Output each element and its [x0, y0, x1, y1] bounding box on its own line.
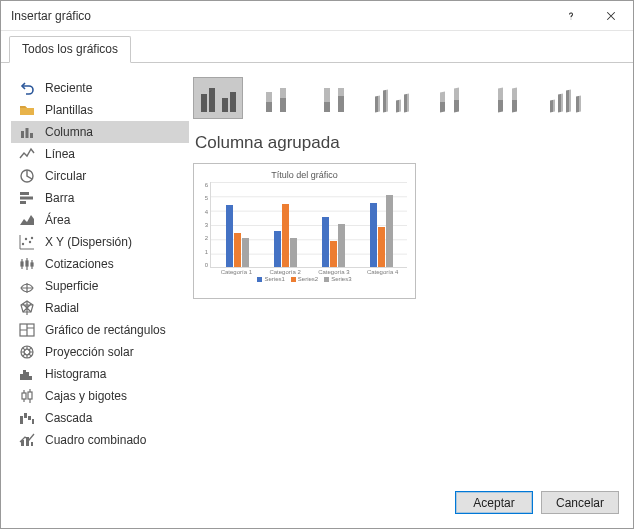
- sidebar-item-boxwhisker[interactable]: Cajas y bigotes: [11, 385, 189, 407]
- bar: [378, 227, 385, 267]
- sidebar-item-recent[interactable]: Reciente: [11, 77, 189, 99]
- bar: [282, 204, 289, 267]
- y-tick-label: 5: [202, 195, 208, 201]
- svg-rect-24: [20, 416, 23, 424]
- svg-point-10: [29, 241, 31, 243]
- svg-rect-18: [20, 374, 23, 380]
- line-icon: [19, 146, 35, 162]
- bar-cluster: [266, 204, 304, 267]
- cancel-button[interactable]: Cancelar: [541, 491, 619, 514]
- x-tick-label: Categoría 2: [269, 269, 300, 275]
- bar: [226, 205, 233, 267]
- column-icon: [19, 124, 35, 140]
- svg-rect-20: [26, 372, 29, 380]
- sidebar-item-waterfall[interactable]: Cascada: [11, 407, 189, 429]
- sidebar-item-area[interactable]: Área: [11, 209, 189, 231]
- sidebar-item-bar[interactable]: Barra: [11, 187, 189, 209]
- sidebar-item-templates[interactable]: Plantillas: [11, 99, 189, 121]
- svg-rect-30: [31, 442, 33, 446]
- bar: [338, 224, 345, 267]
- sidebar-item-label: Cajas y bigotes: [45, 389, 127, 403]
- bar: [386, 195, 393, 267]
- y-tick-label: 2: [202, 235, 208, 241]
- sidebar-item-line[interactable]: Línea: [11, 143, 189, 165]
- chart-preview-thumbnail[interactable]: Título del gráfico 6543210 Categoría 1Ca…: [193, 163, 416, 299]
- bar: [242, 238, 249, 267]
- sidebar-item-sunburst[interactable]: Proyección solar: [11, 341, 189, 363]
- bar-cluster: [218, 205, 256, 267]
- three-d-percent-stacked-column-icon: [489, 84, 527, 112]
- area-icon: [19, 212, 35, 228]
- svg-rect-7: [20, 201, 26, 204]
- x-tick-label: Categoría 4: [367, 269, 398, 275]
- svg-point-11: [31, 237, 33, 239]
- subtype-stacked-column[interactable]: [251, 77, 301, 119]
- svg-rect-21: [29, 376, 32, 380]
- stacked-column-icon: [257, 84, 295, 112]
- surface-icon: [19, 278, 35, 294]
- subtype-3d-stacked-column[interactable]: [425, 77, 475, 119]
- sidebar-item-label: Histograma: [45, 367, 106, 381]
- sidebar-item-stock[interactable]: Cotizaciones: [11, 253, 189, 275]
- pie-icon: [19, 168, 35, 184]
- histogram-icon: [19, 366, 35, 382]
- svg-rect-5: [20, 192, 29, 195]
- legend-label: Series2: [298, 276, 318, 282]
- subtype-title: Columna agrupada: [195, 133, 619, 153]
- undo-icon: [19, 80, 35, 96]
- bar-cluster: [362, 195, 400, 267]
- sunburst-icon: [19, 344, 35, 360]
- folder-icon: [19, 102, 35, 118]
- help-button[interactable]: [551, 1, 591, 31]
- subtype-3d-clustered-column[interactable]: [367, 77, 417, 119]
- subtype-3d-column[interactable]: [541, 77, 591, 119]
- bar: [330, 241, 337, 267]
- sidebar-item-label: X Y (Dispersión): [45, 235, 132, 249]
- sidebar-item-pie[interactable]: Circular: [11, 165, 189, 187]
- sidebar-item-label: Superficie: [45, 279, 98, 293]
- sidebar-item-histogram[interactable]: Histograma: [11, 363, 189, 385]
- svg-rect-6: [20, 197, 33, 200]
- bar: [322, 217, 329, 267]
- sidebar-item-label: Barra: [45, 191, 74, 205]
- svg-rect-13: [26, 261, 28, 266]
- sidebar-item-label: Área: [45, 213, 70, 227]
- bar: [234, 233, 241, 267]
- tabs: Todos los gráficos: [1, 31, 633, 63]
- y-tick-label: 6: [202, 182, 208, 188]
- waterfall-icon: [19, 410, 35, 426]
- sidebar-item-label: Columna: [45, 125, 93, 139]
- three-d-clustered-column-icon: [373, 84, 411, 112]
- tab-all-charts[interactable]: Todos los gráficos: [9, 36, 131, 63]
- legend-label: Series3: [331, 276, 351, 282]
- bar: [290, 238, 297, 267]
- chart-category-list: Reciente Plantillas Columna Línea Circul…: [11, 77, 189, 471]
- legend-item: Series2: [291, 276, 318, 282]
- sidebar-item-scatter[interactable]: X Y (Dispersión): [11, 231, 189, 253]
- svg-rect-12: [21, 262, 23, 266]
- sidebar-item-column[interactable]: Columna: [11, 121, 189, 143]
- ok-button[interactable]: Aceptar: [455, 491, 533, 514]
- chart-plot: 6543210: [202, 182, 407, 268]
- svg-rect-2: [26, 128, 29, 138]
- x-tick-label: Categoría 1: [221, 269, 252, 275]
- box-icon: [19, 388, 35, 404]
- sidebar-item-label: Reciente: [45, 81, 92, 95]
- svg-rect-26: [28, 416, 31, 420]
- stock-icon: [19, 256, 35, 272]
- combo-icon: [19, 432, 35, 448]
- subtype-100-stacked-column[interactable]: [309, 77, 359, 119]
- sidebar-item-surface[interactable]: Superficie: [11, 275, 189, 297]
- sidebar-item-treemap[interactable]: Gráfico de rectángulos: [11, 319, 189, 341]
- sidebar-item-radar[interactable]: Radial: [11, 297, 189, 319]
- close-button[interactable]: [591, 1, 631, 31]
- y-tick-label: 3: [202, 222, 208, 228]
- bar: [274, 231, 281, 267]
- clustered-column-icon: [199, 84, 237, 112]
- content-panel: Columna agrupada Título del gráfico 6543…: [193, 77, 619, 471]
- sidebar-item-combo[interactable]: Cuadro combinado: [11, 429, 189, 451]
- subtype-clustered-column[interactable]: [193, 77, 243, 119]
- subtype-3d-100-stacked-column[interactable]: [483, 77, 533, 119]
- legend-swatch: [324, 277, 329, 282]
- bar: [370, 203, 377, 268]
